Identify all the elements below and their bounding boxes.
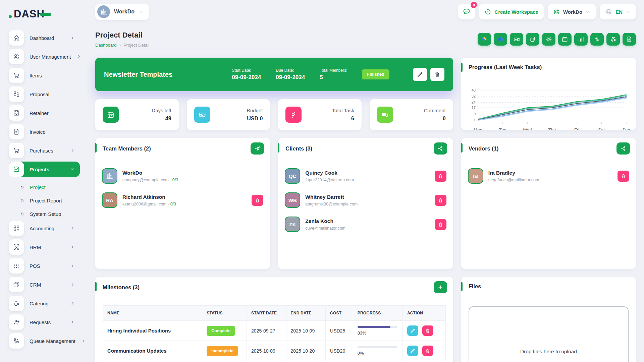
edit-project-button[interactable] — [413, 68, 427, 81]
chevron-right-icon — [70, 282, 75, 287]
share-vendors-button[interactable] — [616, 142, 630, 155]
stat-label: Total Task — [332, 108, 354, 113]
remove-client-button[interactable] — [435, 171, 446, 182]
topbar-actions: 0 Create Workspace WorkDo EN — [458, 4, 636, 19]
sidebar-subitem-project[interactable]: Project — [9, 180, 86, 194]
workspace-switcher[interactable]: WorkDo — [548, 4, 596, 19]
sidebar-item-hrm[interactable]: HRM — [9, 239, 80, 255]
chat-bubble-icon — [377, 107, 393, 123]
sliders-icon[interactable] — [590, 33, 604, 46]
banknote-icon — [194, 107, 210, 123]
client-email: antgrumik30@example.com — [305, 202, 434, 206]
sidebar-item-pos[interactable]: POS — [9, 258, 80, 274]
remove-vendor-button[interactable] — [618, 171, 629, 182]
list-item: WB Whitney Barrett antgrumik30@example.c… — [278, 188, 453, 212]
table-row: Communication Updates Incomplete 2025-10… — [103, 341, 446, 361]
sidebar-item-queue-management[interactable]: Queue Management — [9, 333, 80, 349]
gear-icon[interactable] — [542, 33, 555, 46]
sidebar-item-label: Accounting — [30, 226, 64, 231]
remove-member-button[interactable] — [252, 195, 263, 206]
sidebar-item-user-management[interactable]: User Management — [9, 49, 80, 64]
progress-percent: 0% — [358, 351, 398, 356]
sidebar-item-retainer[interactable]: Retainer — [9, 105, 80, 121]
remove-client-button[interactable] — [435, 195, 446, 206]
sidebar-item-label: Dashboard — [30, 35, 64, 41]
brand-logo[interactable]: DASH — [9, 7, 86, 21]
card-header: Vendors (1) — [461, 138, 636, 159]
sidebar-item-proposal[interactable]: Proposal — [9, 86, 80, 102]
avatar: QC — [285, 168, 300, 184]
vendor-name: Ira Bradley — [488, 170, 618, 176]
drive-icon[interactable] — [478, 33, 491, 46]
sidebar-item-projects[interactable]: Projects — [9, 162, 80, 177]
share-clients-button[interactable] — [434, 142, 447, 155]
client-list: QC Quincy Cook fapor22014@oglerau.com WB… — [278, 159, 453, 236]
file-dropzone[interactable]: Drop files here to upload — [469, 306, 629, 362]
sidebar-item-label: Catering — [30, 301, 64, 306]
workspace-chip[interactable]: WorkDo — [95, 4, 149, 20]
sidebar-item-invoice[interactable]: Invoice — [9, 124, 80, 139]
breadcrumb-dashboard-link[interactable]: Dashboard — [95, 43, 117, 48]
calendar-icon[interactable] — [558, 33, 572, 46]
sidebar-item-accounting[interactable]: Accounting — [9, 221, 80, 236]
trash-icon — [621, 173, 626, 179]
avatar: IB — [468, 168, 483, 184]
list-item: IB Ira Bradley negefuricu@mailinator.com — [461, 164, 636, 188]
chevron-down-icon — [585, 9, 590, 14]
messenger-button[interactable]: 0 — [458, 4, 475, 19]
sidebar-subitem-project-report[interactable]: Project Report — [9, 194, 86, 207]
double-check-icon — [285, 107, 302, 123]
bullet-icon — [20, 185, 24, 189]
sidebar-item-label: Queue Management — [30, 338, 75, 344]
task-ratio: 0/3 — [172, 178, 178, 182]
language-selector[interactable]: EN — [600, 4, 636, 19]
sidebar-subitem-system-setup[interactable]: System Setup — [9, 207, 86, 221]
stat-days-left: Days left-49 — [95, 99, 179, 130]
chevron-right-icon — [70, 319, 75, 325]
bar-chart-icon[interactable] — [574, 33, 588, 46]
vendors-card: Vendors (1) IB Ira Bradley negefuricu@ma… — [461, 138, 636, 269]
files-title: Files — [469, 283, 630, 290]
bug-icon[interactable] — [606, 33, 620, 46]
add-milestone-button[interactable] — [434, 281, 447, 293]
stat-label: Budget — [247, 108, 263, 113]
sidebar-item-catering[interactable]: Catering — [9, 296, 80, 311]
copy-icon[interactable] — [526, 33, 539, 46]
start-date-label: Start Date: — [232, 68, 261, 73]
share-icon — [620, 145, 626, 152]
invite-member-button[interactable] — [251, 142, 264, 155]
create-workspace-button[interactable]: Create Workspace — [479, 4, 544, 19]
sidebar-subitem-label: Project — [30, 184, 46, 190]
banner-actions — [413, 68, 444, 81]
sidebar-item-items[interactable]: Items — [9, 68, 80, 83]
person-target-icon — [9, 239, 24, 255]
onedrive-icon[interactable] — [494, 33, 507, 46]
milestones-table: NAME STATUS START DATE END DATE COST PRO… — [103, 305, 446, 361]
progress-bar — [358, 346, 397, 348]
building-icon — [102, 168, 117, 184]
phone-icon — [9, 333, 24, 349]
vendor-list: IB Ira Bradley negefuricu@mailinator.com — [461, 159, 636, 188]
sidebar-item-requests[interactable]: Requests — [9, 314, 80, 330]
remove-client-button[interactable] — [435, 219, 446, 230]
delete-project-button[interactable] — [430, 68, 444, 81]
delete-milestone-button[interactable] — [422, 325, 433, 336]
report-file-icon[interactable] — [623, 33, 636, 46]
edit-milestone-button[interactable] — [407, 325, 418, 336]
files-card: Files Drop files here to upload — [461, 277, 636, 362]
sidebar-item-crm[interactable]: CRM — [9, 277, 80, 292]
sidebar-item-purchases[interactable]: Purchases — [9, 143, 80, 158]
sidebar-item-label: Purchases — [30, 148, 64, 154]
vendor-email: negefuricu@mailinator.com — [488, 178, 618, 182]
sidebar-item-label: Items — [30, 73, 80, 78]
sidebar-item-dashboard[interactable]: Dashboard — [9, 30, 80, 46]
task-ratio: 0/3 — [170, 202, 176, 206]
client-name: Zenia Koch — [305, 218, 434, 224]
breadcrumb-separator: › — [119, 43, 121, 48]
due-date-value: 09-09-2024 — [276, 74, 305, 81]
delete-milestone-button[interactable] — [422, 346, 433, 356]
chevron-down-icon — [626, 9, 631, 14]
edit-milestone-button[interactable] — [407, 346, 418, 356]
stat-value: 6 — [332, 116, 354, 122]
video-plus-icon[interactable] — [510, 33, 523, 46]
